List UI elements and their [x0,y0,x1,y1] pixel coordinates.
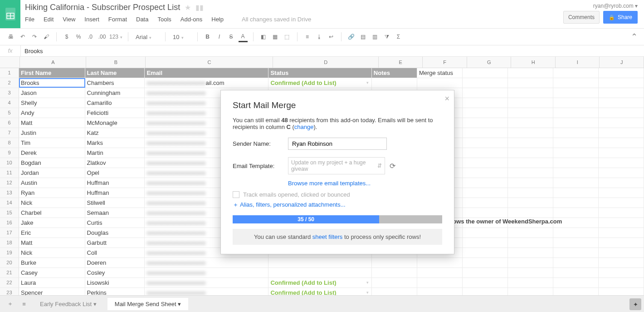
menu-data[interactable]: Data [136,16,148,23]
cell[interactable]: Austin [19,178,85,188]
cell[interactable] [553,268,599,277]
cell[interactable] [463,158,508,168]
cell[interactable]: Burke [19,258,85,267]
cell[interactable] [463,98,508,108]
currency-icon[interactable]: $ [62,32,71,41]
cell[interactable] [599,158,644,168]
cell[interactable] [599,218,644,228]
cell[interactable]: xxxxxxxxxxxxxxxxxxxxail.com [145,78,268,88]
menu-help[interactable]: Help [211,16,224,23]
cell[interactable]: Chambers [85,78,145,88]
comment-icon[interactable]: ▤ [359,32,368,41]
cell[interactable]: Cosley [85,268,145,277]
cell[interactable]: Spencer [19,288,85,296]
cell[interactable] [599,108,644,118]
change-column-link[interactable]: change [294,124,314,130]
cell[interactable]: Status [268,68,371,78]
cell[interactable] [463,188,508,198]
row-number[interactable]: 22 [0,278,19,287]
percent-icon[interactable]: % [74,32,83,41]
cell[interactable] [553,198,599,208]
folder-icon[interactable]: ▮▮ [195,3,204,12]
cell[interactable] [553,188,599,198]
column-header[interactable]: E [379,57,423,68]
star-icon[interactable]: ★ [185,3,191,12]
cell[interactable] [553,128,599,138]
menu-add-ons[interactable]: Add-ons [181,16,202,23]
close-icon[interactable]: × [444,94,449,104]
cell[interactable] [508,138,553,148]
column-header[interactable]: G [467,57,512,68]
explore-button[interactable]: ✦ [629,298,641,310]
cell[interactable]: Coll [85,248,145,258]
cell[interactable]: Huffman [85,188,145,198]
cell[interactable] [553,68,599,78]
cell[interactable]: Derek [19,148,85,158]
cell[interactable] [553,208,599,218]
font-select[interactable]: Arial [134,33,160,41]
cell[interactable]: Perkins [85,288,145,296]
cell[interactable] [508,168,553,178]
menu-view[interactable]: View [63,16,75,23]
cell[interactable] [508,228,553,238]
cell[interactable] [463,138,508,148]
cell[interactable] [599,258,644,267]
cell[interactable] [599,78,644,88]
menu-format[interactable]: Format [108,16,127,23]
font-size-select[interactable]: 10 [171,33,191,41]
cell[interactable]: Nick [19,198,85,208]
cell[interactable]: xxxxxxxxxxxxxxxxxxxx [145,258,268,267]
cell[interactable] [463,68,508,78]
cell[interactable] [508,238,553,248]
cell[interactable] [268,258,371,267]
cell[interactable]: Doeren [85,258,145,267]
cell[interactable] [553,258,599,267]
account-email[interactable]: ryan@ryrob.com ▾ [563,3,638,9]
cell[interactable] [553,238,599,248]
cell[interactable] [508,98,553,108]
cell[interactable] [372,258,417,267]
cell[interactable] [599,268,644,277]
tab-mail-merge[interactable]: Mail Merge Send Sheet ▾ [107,298,188,310]
cell[interactable] [599,178,644,188]
cell[interactable]: Zlatkov [85,158,145,168]
number-format-dropdown[interactable]: 123 [109,34,122,40]
chart-icon[interactable]: ▥ [371,32,380,41]
cell[interactable] [553,118,599,128]
cell[interactable] [463,168,508,178]
column-header[interactable]: D [273,57,379,68]
cell[interactable]: Charbel [19,208,85,218]
document-title[interactable]: Hiking California - Subscriber Prospect … [25,3,180,12]
cell[interactable] [417,258,463,267]
cell[interactable] [417,268,463,277]
cell[interactable] [599,118,644,128]
cell[interactable]: Confirmed (Add to List) [268,78,371,88]
cell[interactable]: Casey [19,268,85,277]
cell[interactable] [553,98,599,108]
cell[interactable] [599,278,644,287]
row-number[interactable]: 13 [0,188,19,198]
cell[interactable] [599,228,644,238]
cell[interactable] [463,248,508,258]
cell[interactable] [508,288,553,296]
cell[interactable] [508,198,553,208]
collapse-toolbar-icon[interactable]: ⌃ [631,32,638,42]
cell[interactable]: Shelly [19,98,85,108]
bold-icon[interactable]: B [203,32,212,41]
cell[interactable]: Bogdan [19,158,85,168]
cell[interactable] [417,78,463,88]
text-color-icon[interactable]: A [239,32,248,42]
cell[interactable] [372,288,417,296]
cell[interactable] [553,178,599,188]
cell[interactable]: Camarillo [85,98,145,108]
column-header[interactable]: F [423,57,467,68]
row-number[interactable]: 19 [0,248,19,258]
link-icon[interactable]: 🔗 [347,32,356,41]
add-sheet-button[interactable]: ＋ [5,298,15,309]
column-header[interactable]: B [86,57,146,68]
cell[interactable]: Merge status [417,68,463,78]
italic-icon[interactable]: I [215,32,224,41]
cell[interactable] [508,88,553,98]
undo-icon[interactable]: ↶ [18,32,27,41]
cell[interactable]: McMonagle [85,118,145,128]
